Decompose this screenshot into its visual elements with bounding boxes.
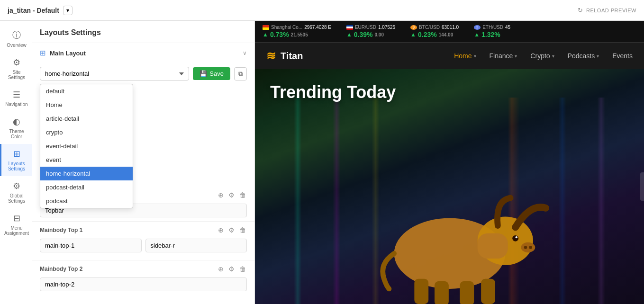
main-layout-section-header[interactable]: ⊞ Main Layout ∨ — [32, 43, 254, 63]
mainbody-top2-section: Mainbody Top 2 ⊕ ⚙ 🗑 — [32, 260, 254, 299]
nav-bar: ≋ Titan Home ▾ Finance ▾ Crypto ▾ Podcas… — [255, 43, 644, 69]
copy-button[interactable]: ⧉ — [234, 67, 247, 80]
nav-link-podcasts[interactable]: Podcasts ▾ — [568, 52, 599, 60]
assignment-icon: ⊟ — [13, 213, 20, 224]
sidebar-label-site-settings: Site Settings — [3, 70, 30, 80]
dropdown-item-podcast-detail[interactable]: podcast-detail — [40, 180, 133, 194]
top1-delete-btn[interactable]: 🗑 — [238, 225, 247, 235]
dropdown-item-default[interactable]: default — [40, 84, 133, 98]
top-bar-title: ja_titan - Default — [8, 7, 59, 14]
dropdown-item-home[interactable]: Home — [40, 98, 133, 112]
ticker-btcusd-change: ▲ 0.23% 144.00 — [410, 31, 459, 38]
nav-finance-arrow: ▾ — [515, 54, 517, 59]
sidebar-item-menu-assignment[interactable]: ⊟ Menu Assignment — [0, 208, 32, 241]
ticker-shanghai: Shanghai Co... 2967.4028 E ▲ 0.73% 21.55… — [263, 25, 331, 38]
sidebar-item-site-settings[interactable]: ⚙ Site Settings — [0, 53, 32, 85]
up-arrow-4: ▲ — [474, 31, 480, 38]
hero-image: Trending Today — [255, 69, 644, 304]
ticker-ethusd-change: ▲ 1.32% — [474, 31, 510, 38]
ticker-btcusd-name: ₿ BTC/USD 63011.0 — [410, 25, 459, 30]
top1-col1-input[interactable] — [40, 239, 142, 252]
eth-icon: Ξ — [474, 25, 481, 30]
layout-select[interactable]: home-horizontal — [40, 67, 189, 80]
topbar-settings-btn[interactable]: ⚙ — [227, 190, 236, 200]
top1-move-btn[interactable]: ⊕ — [217, 225, 225, 235]
main-layout-section: ⊞ Main Layout ∨ home-horizontal 💾 Save ⧉… — [32, 43, 254, 222]
bull-container — [255, 69, 644, 304]
sidebar-item-theme-color[interactable]: ◐ Theme Color — [0, 112, 32, 144]
reload-icon: ↻ — [578, 7, 583, 14]
sidebar-item-global-settings[interactable]: ⚙ Global Settings — [0, 176, 32, 208]
preview-area: Shanghai Co... 2967.4028 E ▲ 0.73% 21.55… — [255, 21, 644, 304]
ticker-ethusd: Ξ ETH/USD 45 ▲ 1.32% — [474, 25, 510, 38]
sidebar-item-overview[interactable]: ⓘ Overview — [0, 25, 32, 53]
dropdown-item-crypto[interactable]: crypto — [40, 125, 133, 139]
nav-crypto-arrow: ▾ — [552, 54, 554, 59]
mainbody-top1-sub: Mainbody Top 1 ⊕ ⚙ 🗑 — [32, 222, 254, 260]
sidebar-label-overview: Overview — [7, 43, 27, 48]
dropdown-row: home-horizontal 💾 Save ⧉ default Home ar… — [32, 63, 254, 86]
nav-link-crypto[interactable]: Crypto ▾ — [530, 52, 554, 60]
top1-col2-input[interactable] — [145, 239, 247, 252]
titan-logo-text: Titan — [281, 51, 303, 62]
mainbody-top2-header: Mainbody Top 2 ⊕ ⚙ 🗑 — [40, 264, 247, 274]
save-button[interactable]: 💾 Save — [193, 67, 230, 80]
mainbody-top1-label: Mainbody Top 1 — [40, 227, 82, 233]
svg-rect-3 — [414, 279, 428, 304]
save-label: Save — [209, 70, 224, 77]
top2-move-btn[interactable]: ⊕ — [217, 264, 225, 274]
svg-point-10 — [524, 246, 526, 249]
svg-rect-2 — [477, 233, 508, 259]
top-bar-left: ja_titan - Default ▾ — [8, 6, 73, 15]
icon-sidebar: ⓘ Overview ⚙ Site Settings ☰ Navigation … — [0, 21, 32, 304]
sidebar-item-navigation[interactable]: ☰ Navigation — [0, 85, 32, 112]
topbar-actions: ⊕ ⚙ 🗑 — [217, 190, 247, 200]
section-header-left: ⊞ Main Layout — [40, 49, 86, 57]
mainbody-top2-sub: Mainbody Top 2 ⊕ ⚙ 🗑 — [32, 260, 254, 299]
nav-link-home[interactable]: Home ▾ — [454, 52, 476, 60]
topbar-move-btn[interactable]: ⊕ — [217, 190, 225, 200]
svg-point-8 — [515, 236, 517, 238]
reload-label: RELOAD PREVIEW — [586, 8, 636, 13]
top1-settings-btn[interactable]: ⚙ — [227, 225, 236, 235]
main-layout-title: Main Layout — [50, 50, 86, 57]
dropdown-item-event[interactable]: event — [40, 153, 133, 167]
ticker-shanghai-change: ▲ 0.73% 21.5505 — [263, 31, 331, 38]
titan-logo-icon: ≋ — [266, 49, 276, 63]
svg-point-7 — [512, 235, 518, 241]
sidebar-item-layouts-settings[interactable]: ⊞ Layouts Settings — [0, 144, 32, 176]
nav-home-arrow: ▾ — [474, 54, 476, 59]
top2-col1-input[interactable] — [40, 277, 247, 291]
dropdown-list: default Home article-detail crypto event… — [40, 84, 133, 208]
menu-icon: ☰ — [13, 89, 20, 100]
svg-point-9 — [521, 242, 535, 252]
dropdown-item-podcast[interactable]: podcast — [40, 194, 133, 208]
nav-crypto-label: Crypto — [530, 52, 550, 60]
ticker-bar: Shanghai Co... 2967.4028 E ▲ 0.73% 21.55… — [255, 21, 644, 43]
top2-delete-btn[interactable]: 🗑 — [238, 264, 247, 274]
top2-settings-btn[interactable]: ⚙ — [227, 264, 236, 274]
mainbody-top1-header: Mainbody Top 1 ⊕ ⚙ 🗑 — [40, 225, 247, 235]
palette-icon: ◐ — [13, 116, 20, 127]
china-flag — [263, 25, 269, 30]
mainbody-top1-section: Mainbody Top 1 ⊕ ⚙ 🗑 — [32, 222, 254, 260]
up-arrow: ▲ — [263, 31, 268, 38]
nav-podcasts-label: Podcasts — [568, 52, 595, 60]
reload-button[interactable]: ↻ RELOAD PREVIEW — [578, 7, 636, 14]
nav-link-finance[interactable]: Finance ▾ — [490, 52, 517, 60]
scroll-indicator[interactable] — [640, 172, 644, 201]
sidebar-label-menu-assignment: Menu Assignment — [3, 225, 30, 236]
nav-link-events[interactable]: Events — [612, 52, 633, 60]
svg-point-11 — [529, 246, 532, 249]
gear-icon: ⚙ — [13, 57, 20, 68]
eu-flag — [346, 25, 353, 30]
dropdown-item-home-horizontal[interactable]: home-horizontal — [40, 167, 133, 180]
mainbody-top2-inputs — [40, 277, 247, 291]
topbar-delete-btn[interactable]: 🗑 — [238, 190, 247, 200]
btc-icon: ₿ — [410, 25, 417, 30]
layout-icon: ⊞ — [13, 149, 20, 159]
dropdown-item-article-detail[interactable]: article-detail — [40, 112, 133, 125]
svg-rect-5 — [460, 281, 474, 304]
dropdown-item-event-detail[interactable]: event-detail — [40, 139, 133, 153]
top-bar-dropdown[interactable]: ▾ — [63, 6, 73, 15]
